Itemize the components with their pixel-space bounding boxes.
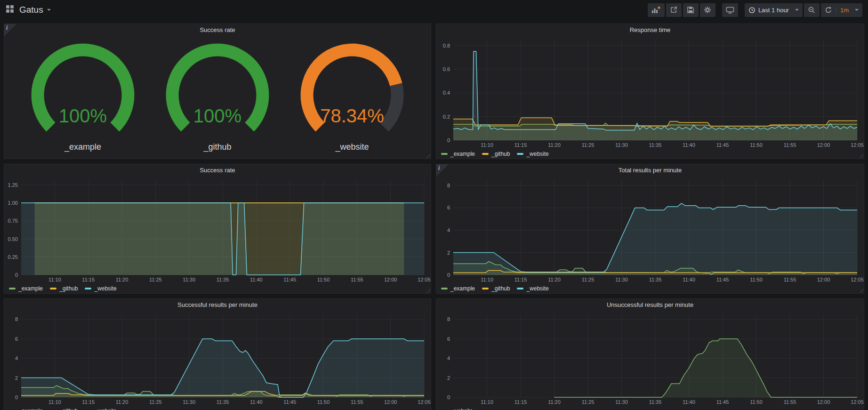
svg-text:100%: 100% (193, 105, 241, 126)
legend-color-swatch (517, 288, 523, 289)
svg-text:8: 8 (15, 316, 18, 322)
chart-svg[interactable]: 0246811:1011:1511:2011:2511:3011:3511:40… (436, 311, 864, 406)
legend-item-_example[interactable]: _example (9, 285, 43, 292)
svg-text:4: 4 (447, 227, 450, 233)
save-button[interactable] (683, 3, 699, 17)
panel-resize-handle[interactable] (859, 154, 863, 158)
gauge-arc: 100% (17, 42, 149, 141)
legend-item-_github[interactable]: _github (50, 408, 78, 410)
svg-text:2: 2 (15, 375, 18, 381)
chart-canvas[interactable]: 0246811:1011:1511:2011:2511:3011:3511:40… (4, 311, 431, 406)
svg-text:11:40: 11:40 (250, 399, 263, 405)
svg-text:11:15: 11:15 (82, 399, 95, 405)
chart-svg[interactable]: 0246811:1011:1511:2011:2511:3011:3511:40… (4, 311, 431, 406)
panel-title[interactable]: Successful results per minute (4, 299, 431, 311)
panel-success-rate-gauges: i Success rate 100% _example 100% _githu… (4, 24, 431, 159)
gauge-example: 100% _example (17, 42, 149, 152)
legend-item-_example[interactable]: _example (441, 285, 475, 292)
svg-text:11:15: 11:15 (514, 142, 527, 148)
legend-item-_github[interactable]: _github (482, 285, 510, 292)
refresh-button[interactable]: 1m (821, 3, 862, 17)
legend-item-_example[interactable]: _example (441, 151, 475, 157)
share-button[interactable] (666, 3, 682, 17)
svg-text:11:45: 11:45 (283, 277, 296, 282)
gauge-label: _github (203, 142, 231, 152)
zoom-out-button[interactable] (804, 3, 820, 17)
legend-color-swatch (482, 288, 489, 289)
svg-text:12:00: 12:00 (817, 399, 830, 405)
svg-text:11:15: 11:15 (514, 277, 527, 282)
legend-item-_website[interactable]: _website (85, 408, 116, 410)
panel-resize-handle[interactable] (859, 289, 863, 293)
panel-title[interactable]: Total results per minute (436, 164, 864, 176)
cycle-view-button[interactable] (722, 3, 738, 17)
chart-svg[interactable]: 00.20.40.60.811:1011:1511:2011:2511:3011… (436, 36, 864, 149)
legend-item-_website[interactable]: _website (517, 151, 548, 157)
svg-text:12:05: 12:05 (851, 399, 864, 405)
chart-canvas[interactable]: 0246811:1011:1511:2011:2511:3011:3511:40… (436, 311, 864, 406)
chart-canvas[interactable]: 0246811:1011:1511:2011:2511:3011:3511:40… (436, 176, 864, 284)
panel-resize-handle[interactable] (426, 154, 430, 158)
dashboard-title-caret-icon[interactable] (47, 9, 51, 11)
chart-canvas[interactable]: 00.250.500.751.001.2511:1011:1511:2011:2… (4, 176, 431, 284)
panel-successful-results: Successful results per minute 0246811:10… (4, 298, 431, 410)
svg-text:11:35: 11:35 (649, 142, 662, 148)
svg-text:11:25: 11:25 (149, 399, 162, 405)
svg-text:100%: 100% (59, 105, 107, 126)
svg-text:11:20: 11:20 (116, 277, 129, 282)
chart-canvas[interactable]: 00.20.40.60.811:1011:1511:2011:2511:3011… (436, 36, 864, 149)
gauge-svg: 100% (152, 42, 283, 139)
svg-text:0.8: 0.8 (443, 43, 450, 48)
chart-svg[interactable]: 0246811:1011:1511:2011:2511:3011:3511:40… (436, 176, 864, 284)
panel-info-corner-icon[interactable]: i (436, 164, 449, 177)
legend-item-_example[interactable]: _example (9, 408, 43, 410)
svg-text:11:30: 11:30 (183, 277, 195, 282)
svg-text:11:40: 11:40 (683, 277, 695, 282)
svg-text:11:25: 11:25 (582, 142, 595, 148)
dashboard-grid-icon[interactable] (6, 5, 14, 15)
share-icon (670, 6, 677, 14)
svg-text:78.34%: 78.34% (320, 105, 384, 126)
time-range-button[interactable]: Last 1 hour (745, 3, 803, 17)
panel-title[interactable]: Unsuccessful results per minute (436, 299, 864, 311)
panel-title[interactable]: Success rate (4, 164, 431, 176)
panel-title[interactable]: Success rate (4, 24, 431, 36)
legend-item-_github[interactable]: _github (50, 285, 78, 292)
add-panel-button[interactable] (648, 3, 665, 17)
chart-svg[interactable]: 00.250.500.751.001.2511:1011:1511:2011:2… (4, 176, 431, 284)
panel-info-corner-icon[interactable]: i (4, 24, 16, 36)
refresh-interval-label[interactable]: 1m (836, 7, 849, 14)
svg-text:11:45: 11:45 (716, 142, 729, 148)
panel-title[interactable]: Response time (436, 24, 864, 36)
legend-item-_website[interactable]: _website (517, 285, 548, 292)
legend-item-_github[interactable]: _github (482, 151, 510, 157)
svg-text:12:00: 12:00 (817, 142, 830, 148)
svg-text:11:50: 11:50 (750, 399, 763, 405)
gauge-arc: 78.34% (286, 42, 418, 141)
zoom-out-icon (808, 6, 815, 14)
settings-button[interactable] (700, 3, 715, 17)
legend-item-_website[interactable]: _website (441, 408, 473, 410)
svg-text:0.4: 0.4 (443, 90, 450, 96)
svg-text:1.25: 1.25 (8, 182, 18, 188)
dashboard-title[interactable]: Gatus (19, 5, 43, 15)
svg-text:11:20: 11:20 (548, 399, 561, 405)
svg-text:11:40: 11:40 (683, 399, 695, 405)
svg-text:4: 4 (447, 355, 450, 361)
monitor-icon (726, 6, 734, 14)
chart-legend: _example_github_website (436, 284, 864, 293)
svg-text:4: 4 (15, 355, 18, 361)
svg-text:11:25: 11:25 (582, 399, 595, 405)
legend-item-_website[interactable]: _website (85, 285, 116, 292)
svg-text:11:25: 11:25 (582, 277, 595, 282)
panel-resize-handle[interactable] (426, 289, 430, 293)
svg-text:11:10: 11:10 (48, 399, 61, 405)
svg-text:11:30: 11:30 (615, 277, 628, 282)
panel-success-rate: Success rate 00.250.500.751.001.2511:101… (4, 164, 431, 294)
svg-text:0: 0 (447, 394, 450, 400)
svg-text:11:35: 11:35 (217, 399, 229, 405)
svg-text:11:30: 11:30 (615, 142, 628, 148)
time-range-label: Last 1 hour (758, 7, 789, 14)
gauge-label: _example (64, 142, 101, 152)
svg-text:12:05: 12:05 (418, 277, 431, 282)
